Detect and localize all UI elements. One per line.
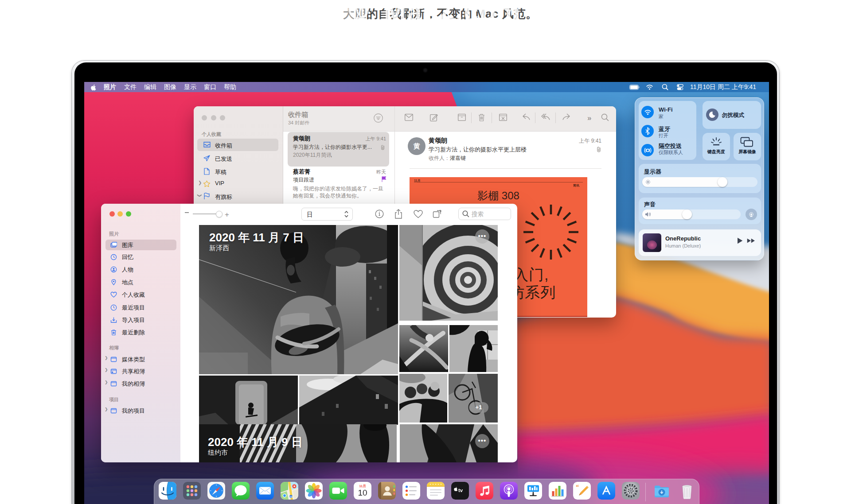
svg-text:280: 280: [289, 496, 293, 498]
svg-text:“: “: [576, 484, 579, 490]
svg-text:tv: tv: [458, 488, 463, 493]
svg-text:10: 10: [358, 488, 367, 497]
svg-text:11月: 11月: [359, 484, 366, 488]
